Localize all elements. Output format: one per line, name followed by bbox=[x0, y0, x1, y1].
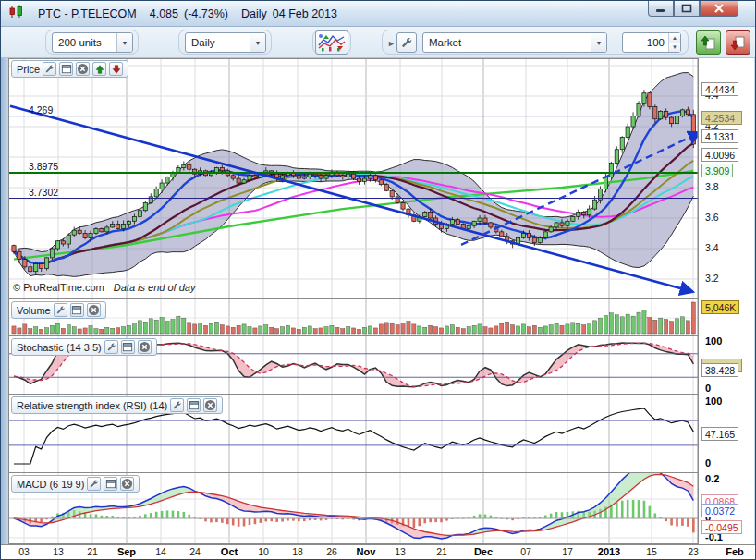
detach-window-icon[interactable] bbox=[70, 303, 84, 317]
arrow-down-icon[interactable] bbox=[109, 62, 123, 76]
period-select[interactable]: Daily ▼ bbox=[185, 32, 266, 53]
data-note: Data is end of day bbox=[114, 282, 196, 293]
volume-panel-header: Volume bbox=[11, 301, 106, 319]
wrench-icon[interactable] bbox=[104, 340, 118, 354]
date-tick: 21 bbox=[87, 546, 98, 557]
copyright-note: © ProRealTime.comData is end of day bbox=[13, 282, 195, 293]
step-down-icon[interactable]: ▼ bbox=[669, 43, 680, 52]
stepper-arrows: ▲ ▼ bbox=[668, 33, 680, 52]
app-window: PTC - P.TELECOM 4.085 (-4.73%) Daily 04 … bbox=[0, 0, 756, 560]
price-level-label: 3.7302 bbox=[29, 187, 58, 198]
date-tick: 15 bbox=[646, 546, 657, 557]
window-controls bbox=[648, 1, 738, 17]
price-value-box: 4.4434 bbox=[701, 82, 738, 96]
close-icon[interactable] bbox=[87, 303, 101, 317]
date-tick: 21 bbox=[436, 546, 447, 557]
symbol-title: PTC - P.TELECOM bbox=[38, 7, 137, 20]
date-tick: 18 bbox=[292, 546, 303, 557]
date-tick: 03 bbox=[18, 546, 30, 557]
detach-window-icon[interactable] bbox=[187, 398, 201, 412]
date-tick: 14 bbox=[155, 546, 166, 557]
date-tick: 13 bbox=[395, 546, 406, 557]
close-icon[interactable] bbox=[203, 398, 217, 412]
timeframe-label: Daily bbox=[241, 7, 267, 20]
wrench-icon bbox=[400, 36, 413, 49]
brand-text: © ProRealTime.com bbox=[13, 282, 104, 293]
close-icon[interactable] bbox=[76, 62, 90, 76]
wrench-icon[interactable] bbox=[170, 398, 184, 412]
arrow-up-icon[interactable] bbox=[92, 62, 106, 76]
panel-label-price: Price bbox=[17, 64, 40, 75]
wrench-icon[interactable] bbox=[43, 62, 56, 76]
date-tick: Oct bbox=[221, 546, 238, 557]
sell-button[interactable] bbox=[726, 30, 750, 55]
close-icon[interactable] bbox=[120, 477, 134, 491]
price-tick: 3.4 bbox=[705, 242, 719, 253]
rsi-tick: 0 bbox=[705, 457, 711, 469]
date-tick: 10 bbox=[258, 546, 269, 557]
price-tick: 3.2 bbox=[705, 273, 719, 284]
stoch-value-box: 38.428 bbox=[701, 363, 738, 377]
price-level-label: 4.269 bbox=[29, 104, 53, 116]
date-label: 04 Feb 2013 bbox=[273, 7, 337, 20]
change-percent: (-4.73%) bbox=[184, 7, 228, 20]
chart-canvas[interactable] bbox=[1, 58, 756, 544]
volume-value-box: 5,046K bbox=[701, 300, 739, 314]
detach-window-icon[interactable] bbox=[104, 477, 117, 491]
chevron-down-icon[interactable]: ▼ bbox=[116, 33, 132, 52]
date-tick: Sep bbox=[117, 546, 136, 557]
price-panel-header: Price bbox=[11, 60, 128, 78]
maximize-button[interactable] bbox=[674, 1, 700, 17]
panel-label-stochastic: Stochastic (14 3 5) bbox=[17, 342, 102, 353]
rsi-panel-header: Relative strength index (RSI) (14) bbox=[11, 396, 223, 414]
wrench-icon[interactable] bbox=[87, 477, 101, 491]
date-tick: 2013 bbox=[598, 546, 620, 557]
quantity-stepper[interactable]: 100 ▲ ▼ bbox=[622, 32, 681, 53]
date-tick: Feb bbox=[726, 546, 744, 557]
wrench-button[interactable] bbox=[396, 32, 417, 53]
main-toolbar: 200 units ▼ Daily ▼ ► Market ▼ bbox=[1, 27, 755, 58]
date-tick: 24 bbox=[189, 546, 201, 557]
price-axis[interactable]: 3.23.43.63.84.24.44.44344.25344.13314.00… bbox=[698, 58, 756, 544]
units-select[interactable]: 200 units ▼ bbox=[52, 32, 133, 53]
date-tick: Nov bbox=[357, 546, 376, 557]
buy-arrow-icon bbox=[701, 35, 716, 51]
date-tick: 23 bbox=[688, 546, 699, 557]
stoch-tick: 0 bbox=[705, 383, 711, 394]
detach-window-icon[interactable] bbox=[59, 62, 73, 76]
title-bar: PTC - P.TELECOM 4.085 (-4.73%) Daily 04 … bbox=[1, 1, 755, 27]
chart-region: Price Volume Stochastic (14 3 5) Relativ… bbox=[1, 58, 756, 560]
market-value: Market bbox=[423, 37, 591, 48]
chart-type-button[interactable] bbox=[315, 30, 348, 55]
quantity-value: 100 bbox=[623, 37, 668, 48]
date-axis[interactable]: 031321Sep1424Oct101826Nov1321Dec07172013… bbox=[1, 544, 756, 559]
date-tick: 07 bbox=[520, 546, 531, 557]
window-frame-left bbox=[1, 58, 8, 560]
collapse-arrow-icon[interactable]: ► bbox=[387, 39, 396, 48]
close-button[interactable] bbox=[700, 1, 738, 17]
panel-label-rsi: Relative strength index (RSI) (14) bbox=[17, 400, 167, 411]
panel-label-macd: MACD (6 19 9) bbox=[17, 479, 84, 490]
wrench-icon[interactable] bbox=[54, 303, 67, 317]
stoch-tick: 100 bbox=[705, 335, 722, 347]
price-level-label: 3.8975 bbox=[29, 161, 58, 172]
detach-window-icon[interactable] bbox=[121, 340, 135, 354]
chevron-down-icon[interactable]: ▼ bbox=[250, 33, 265, 52]
rsi-value-box: 47.165 bbox=[701, 427, 738, 441]
price-value-box: 4.1331 bbox=[701, 129, 738, 143]
period-value: Daily bbox=[186, 37, 250, 48]
chevron-down-icon[interactable]: ▼ bbox=[591, 33, 606, 52]
date-tick: 13 bbox=[53, 546, 64, 557]
buy-button[interactable] bbox=[696, 30, 721, 55]
price-tick: 3.6 bbox=[705, 212, 719, 223]
market-select[interactable]: Market ▼ bbox=[422, 32, 607, 53]
rsi-tick: 100 bbox=[705, 396, 722, 407]
last-price: 4.085 bbox=[150, 7, 178, 20]
close-icon[interactable] bbox=[138, 340, 152, 354]
macd-tick: 0.2 bbox=[705, 473, 719, 484]
date-tick: Dec bbox=[474, 546, 493, 557]
minimize-button[interactable] bbox=[648, 1, 674, 17]
date-tick: 17 bbox=[562, 546, 573, 557]
price-value-box: 3.909 bbox=[701, 164, 733, 177]
step-up-icon[interactable]: ▲ bbox=[669, 33, 680, 43]
